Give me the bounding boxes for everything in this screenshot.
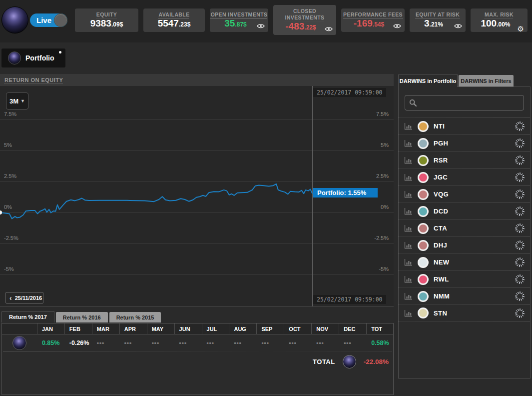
mini-chart-icon[interactable] bbox=[404, 122, 413, 130]
stat-value: 35.87$ bbox=[224, 18, 254, 30]
eye-icon[interactable] bbox=[257, 23, 265, 29]
cell-apr: --- bbox=[120, 340, 147, 346]
table-row: 0.85% -0.26% --- --- --- --- --- --- ---… bbox=[2, 334, 393, 351]
darwin-ticker: VQG bbox=[434, 190, 449, 198]
list-item-darwin[interactable]: PGH bbox=[399, 134, 530, 152]
tab-return-2017[interactable]: Return % 2017 bbox=[1, 311, 54, 322]
range-selector-button[interactable]: 3M ▼ bbox=[6, 92, 28, 110]
tab-darwins-in-filters[interactable]: DARWINS in Filters bbox=[459, 75, 514, 86]
list-item-darwin[interactable]: DCD bbox=[399, 202, 530, 220]
list-item-darwin[interactable]: NTI bbox=[399, 118, 530, 134]
tab-darwins-in-portfolio[interactable]: DARWINS in Portfolio bbox=[398, 74, 458, 87]
portfolio-avatar bbox=[343, 355, 356, 368]
cell-may: --- bbox=[147, 340, 175, 346]
loading-spinner-icon bbox=[515, 292, 525, 301]
live-toggle-label: Live bbox=[36, 16, 51, 24]
column-header: APR bbox=[120, 324, 147, 334]
search-box[interactable] bbox=[405, 95, 524, 110]
list-item-darwin[interactable]: NMM bbox=[399, 288, 530, 304]
mini-chart-icon[interactable] bbox=[404, 276, 413, 283]
mini-chart-icon[interactable] bbox=[404, 292, 413, 300]
eye-icon[interactable] bbox=[325, 26, 333, 32]
eye-icon[interactable] bbox=[393, 23, 401, 29]
tab-return-2015[interactable]: Return % 2015 bbox=[109, 312, 161, 322]
cell-tot: 0.58% bbox=[367, 340, 393, 346]
stat-performance-fees: PERFORMANCE FEES -169.54$ bbox=[341, 8, 405, 32]
tab-portfolio[interactable]: Portfolio bbox=[1, 48, 65, 68]
darwin-color-badge bbox=[418, 274, 429, 285]
search-input[interactable] bbox=[420, 99, 520, 106]
column-header: JUN bbox=[175, 324, 202, 334]
loading-spinner-icon bbox=[515, 122, 525, 131]
crosshair-date-bottom: 25/02/2017 09:59:00 bbox=[313, 295, 386, 304]
darwin-color-badge bbox=[418, 138, 429, 149]
stat-label: CLOSED INVESTMENTS bbox=[282, 8, 328, 21]
y-tick-label: 2.5% bbox=[4, 172, 16, 180]
mini-chart-icon[interactable] bbox=[404, 258, 413, 266]
top-bar: Live EQUITY 9383.09$ AVAILABLE 5547.23$ … bbox=[0, 0, 532, 42]
return-year-tabs: Return % 2017 Return % 2016 Return % 201… bbox=[1, 311, 161, 322]
mini-chart-icon[interactable] bbox=[404, 208, 413, 215]
y-tick-label: 5% bbox=[381, 142, 389, 148]
darwins-panel: NTI PGH RSR JGC VQG bbox=[398, 86, 531, 378]
stat-value: -169.54$ bbox=[354, 18, 392, 30]
stat-value: 5547.23$ bbox=[158, 18, 191, 30]
stat-value: -483.22$ bbox=[285, 21, 324, 33]
darwin-ticker: DCD bbox=[434, 208, 448, 215]
darwin-color-badge bbox=[418, 291, 429, 302]
list-item-darwin[interactable]: DHJ bbox=[399, 236, 530, 254]
darwin-ticker: CTA bbox=[434, 224, 447, 232]
list-item-darwin[interactable]: CTA bbox=[399, 220, 530, 236]
cell-jul: --- bbox=[202, 340, 230, 346]
y-tick-label: -5% bbox=[4, 266, 14, 272]
list-item-darwin[interactable]: JGC bbox=[399, 168, 530, 186]
portfolio-series-line bbox=[0, 184, 312, 218]
darwin-color-badge bbox=[418, 308, 429, 318]
loading-spinner-icon bbox=[515, 138, 525, 148]
toggle-knob[interactable] bbox=[54, 14, 67, 27]
live-toggle[interactable]: Live bbox=[30, 14, 67, 27]
mini-chart-icon[interactable] bbox=[404, 224, 413, 232]
stat-label: OPEN INVESTMENTS bbox=[211, 12, 268, 18]
darwin-ticker: PGH bbox=[434, 140, 448, 147]
darwin-color-badge bbox=[418, 172, 429, 183]
list-item-darwin[interactable]: NEW bbox=[399, 254, 530, 270]
return-on-equity-chart[interactable]: 7.5% 5% 2.5% 0% -2.5% -5% 7.5% 5% 2.5% 0… bbox=[0, 86, 394, 306]
stat-equity-at-risk: EQUITY AT RISK 3.21% bbox=[410, 8, 466, 32]
column-header: MAR bbox=[92, 324, 120, 334]
y-tick-label: -5% bbox=[379, 266, 389, 272]
total-label: TOTAL bbox=[313, 358, 335, 366]
loading-spinner-icon bbox=[515, 172, 525, 182]
mini-chart-icon[interactable] bbox=[404, 242, 413, 249]
mini-chart-icon[interactable] bbox=[404, 156, 413, 164]
cell-sep: --- bbox=[257, 340, 284, 346]
total-row: TOTAL -22.08% bbox=[2, 352, 393, 372]
darwin-color-badge bbox=[418, 121, 429, 132]
list-item-darwin[interactable]: VQG bbox=[399, 186, 530, 202]
list-item-darwin[interactable]: RSR bbox=[399, 152, 530, 168]
series-tooltip: Portfolio: 1.55% bbox=[313, 188, 378, 198]
range-selector-value: 3M bbox=[9, 98, 18, 105]
mini-chart-icon[interactable] bbox=[404, 140, 413, 147]
list-item-darwin[interactable]: RWL bbox=[399, 270, 530, 288]
loading-spinner-icon bbox=[515, 206, 525, 216]
cell-jun: --- bbox=[175, 340, 202, 346]
user-avatar[interactable] bbox=[1, 6, 28, 34]
eye-icon[interactable] bbox=[454, 23, 462, 29]
crosshair-date-top: 25/02/2017 09:59:00 bbox=[313, 88, 386, 97]
loading-spinner-icon bbox=[515, 190, 525, 199]
mini-chart-icon[interactable] bbox=[404, 310, 413, 317]
tab-return-2016[interactable]: Return % 2016 bbox=[56, 312, 108, 322]
account-stats: EQUITY 9383.09$ AVAILABLE 5547.23$ OPEN … bbox=[75, 5, 528, 35]
stat-open-investments: OPEN INVESTMENTS 35.87$ bbox=[210, 8, 268, 32]
darwin-color-badge bbox=[418, 257, 429, 268]
list-item-darwin[interactable]: STN bbox=[399, 304, 530, 322]
table-header-row: JAN FEB MAR APR MAY JUN JUL AUG SEP OCT … bbox=[2, 324, 393, 334]
mini-chart-icon[interactable] bbox=[404, 174, 413, 181]
darwin-ticker: DHJ bbox=[434, 242, 447, 249]
y-tick-label: 2.5% bbox=[376, 172, 389, 180]
scroll-back-date-button[interactable]: ‹ 25/11/2016 bbox=[5, 292, 43, 304]
mini-chart-icon[interactable] bbox=[404, 190, 413, 198]
darwin-color-badge bbox=[418, 223, 429, 234]
cell-nov: --- bbox=[312, 340, 339, 346]
